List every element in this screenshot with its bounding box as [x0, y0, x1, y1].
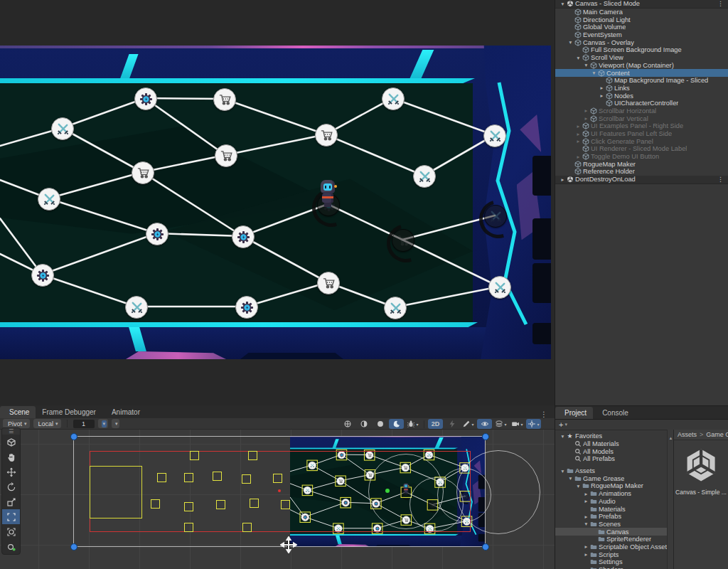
breadcrumb-root[interactable]: Assets: [678, 431, 697, 438]
tree-row-canvas-overlay[interactable]: ▾Canvas - Overlay: [555, 38, 728, 46]
map-node-shop-7[interactable]: [132, 161, 154, 184]
tree-row-animations[interactable]: ▸Animations: [555, 490, 667, 498]
tree-row-click-generate-panel[interactable]: ▸Click Generate Panel: [555, 137, 728, 145]
tree-row-settings[interactable]: Settings: [555, 558, 667, 566]
tab-project[interactable]: Project: [555, 407, 593, 419]
tree-row-content[interactable]: ▾Content: [555, 69, 728, 77]
tree-row-roguemap-maker[interactable]: RogueMap Maker: [555, 160, 728, 168]
tree-row-ui-examples-panel-right-side[interactable]: ▸UI Examples Panel - Right Side: [555, 122, 728, 130]
tree-row-all-models[interactable]: All Models: [555, 447, 667, 455]
create-asset-button[interactable]: +: [559, 421, 563, 428]
scene-viewport[interactable]: [0, 430, 555, 569]
tree-row-toggle-demo-ui-button[interactable]: ▸Toggle Demo UI Button: [555, 153, 728, 161]
layers-icon[interactable]: ▾: [493, 419, 508, 429]
expander-down-icon[interactable]: ▾: [583, 521, 589, 527]
expander-right-icon[interactable]: ▸: [583, 107, 589, 114]
shaded-sphere-icon[interactable]: [340, 419, 355, 429]
tree-row-scrollbar-vertical[interactable]: ▸Scrollbar Vertical: [555, 115, 728, 122]
camera-icon[interactable]: ▾: [510, 419, 525, 429]
expander-down-icon[interactable]: ▾: [560, 433, 566, 440]
tab-scene[interactable]: Scene: [0, 406, 36, 418]
custom-editor-tool[interactable]: [2, 539, 20, 554]
map-node-gear-15[interactable]: [31, 264, 54, 287]
asset-tile-canvas[interactable]: Canvas - Simple ...: [675, 447, 727, 496]
debug-bug-icon[interactable]: ▾: [405, 419, 420, 429]
expander-down-icon[interactable]: ▾: [575, 483, 582, 489]
map-node-gear-1[interactable]: [134, 87, 157, 110]
tree-row-scripts[interactable]: ▸Scripts: [555, 551, 667, 558]
gizmo-cross-icon[interactable]: ▾: [526, 419, 541, 429]
map-node-shop-2[interactable]: [213, 88, 236, 111]
tree-row-reference-holder[interactable]: Reference Holder: [555, 168, 728, 176]
tree-row-scriptable-object-assets[interactable]: ▸Scriptable Object Assets: [555, 543, 667, 551]
expander-right-icon[interactable]: ▸: [583, 491, 589, 497]
tree-row-viewport-map-container-[interactable]: ▾Viewport (Map Container): [555, 62, 728, 70]
map-node-shop-4[interactable]: [315, 124, 338, 147]
tree-row-favorites[interactable]: ▾★Favorites: [555, 432, 667, 440]
snap-magnet-button[interactable]: ▾: [112, 419, 119, 428]
tree-row-assets[interactable]: ▾Assets: [555, 467, 667, 475]
view-hand-tool[interactable]: [2, 450, 20, 464]
expander-right-icon[interactable]: ▸: [583, 551, 589, 558]
row-menu-icon[interactable]: ⋮: [717, 0, 724, 7]
expander-down-icon[interactable]: ▾: [560, 1, 566, 7]
expander-right-icon[interactable]: ▸: [575, 138, 582, 144]
tree-row-eventsystem[interactable]: EventSystem: [555, 31, 728, 39]
move-tool[interactable]: [2, 464, 20, 479]
tree-row-nodes[interactable]: ▸Nodes: [555, 92, 728, 100]
grid-size-input[interactable]: 1: [73, 420, 95, 428]
2d-toggle[interactable]: 2D: [428, 419, 443, 429]
map-node-battle-8[interactable]: [38, 188, 60, 211]
rect-tool[interactable]: [2, 509, 20, 524]
tree-row-canvas-sliced-mode[interactable]: ▾Canvas - Sliced Mode⋮: [555, 0, 728, 9]
tree-row-directional-light[interactable]: Directional Light: [555, 16, 728, 23]
scene-panel-menu-icon[interactable]: ⋮: [533, 411, 555, 418]
expander-right-icon[interactable]: ▸: [583, 498, 589, 504]
grid-snap-button[interactable]: ▾: [98, 419, 109, 428]
map-node-battle-11[interactable]: [484, 205, 507, 228]
tree-row-all-materials[interactable]: All Materials: [555, 440, 667, 448]
map-node-battle-20[interactable]: [384, 297, 407, 319]
expander-right-icon[interactable]: ▸: [599, 92, 605, 99]
map-node-gear-17[interactable]: [235, 296, 258, 319]
map-node-shop-6[interactable]: [215, 144, 237, 167]
expander-down-icon[interactable]: ▾: [591, 70, 597, 76]
expander-down-icon[interactable]: ▾: [567, 39, 574, 46]
map-node-battle-9[interactable]: [413, 165, 436, 188]
tree-row-scenes[interactable]: ▾Scenes: [555, 521, 667, 528]
tree-row-roguemap-maker[interactable]: ▾RogueMap Maker: [555, 482, 667, 490]
tab-frame-debugger[interactable]: Frame Debugger: [36, 406, 102, 418]
tree-row-materials[interactable]: Materials: [555, 505, 667, 513]
expander-right-icon[interactable]: ▸: [575, 123, 582, 129]
select-box-tool[interactable]: [2, 435, 20, 450]
tree-row-game-grease[interactable]: ▾Game Grease: [555, 474, 667, 482]
tree-row-dontdestroyonload[interactable]: ▸DontDestroyOnLoad⋮: [555, 176, 728, 184]
crescent-icon[interactable]: [389, 419, 404, 429]
half-shaded-sphere-icon[interactable]: [356, 419, 371, 429]
tree-row-audio[interactable]: ▸Audio: [555, 498, 667, 506]
map-node-shop-18[interactable]: [317, 272, 340, 294]
expander-right-icon[interactable]: ▸: [583, 514, 589, 520]
local-button[interactable]: Local▾: [33, 419, 61, 428]
pencil-icon[interactable]: ▾: [461, 419, 476, 429]
expander-right-icon[interactable]: ▸: [575, 154, 582, 160]
expander-right-icon[interactable]: ▸: [575, 131, 582, 137]
expander-right-icon[interactable]: ▸: [599, 85, 605, 91]
tree-row-shaders[interactable]: Shaders: [555, 566, 667, 569]
expander-right-icon[interactable]: ▸: [560, 176, 566, 183]
expander-right-icon[interactable]: ▸: [583, 115, 589, 122]
expander-down-icon[interactable]: ▾: [560, 468, 566, 474]
tree-row-map-background-image-sliced[interactable]: Map Background Image - Sliced: [555, 77, 728, 85]
tab-console[interactable]: Console: [593, 407, 635, 419]
filled-sphere-icon[interactable]: [373, 419, 387, 429]
breadcrumb-current[interactable]: Game Grea: [706, 431, 728, 438]
eye-icon[interactable]: [477, 419, 492, 429]
tree-row-main-camera[interactable]: Main Camera: [555, 9, 728, 16]
tree-row-prefabs[interactable]: ▸Prefabs: [555, 513, 667, 521]
tree-row-spriterenderer[interactable]: SpriteRenderer: [555, 536, 667, 543]
tree-row-scrollbar-horizontal[interactable]: ▸Scrollbar Horizontal: [555, 107, 728, 115]
map-node-gear-14[interactable]: [232, 225, 255, 248]
tree-row-ui-features-panel-left-side[interactable]: ▸UI Features Panel Left Side: [555, 130, 728, 138]
map-node-battle-3[interactable]: [382, 87, 405, 110]
tree-row-ui-renderer-sliced-mode-label[interactable]: UI Renderer - Sliced Mode Label: [555, 145, 728, 153]
